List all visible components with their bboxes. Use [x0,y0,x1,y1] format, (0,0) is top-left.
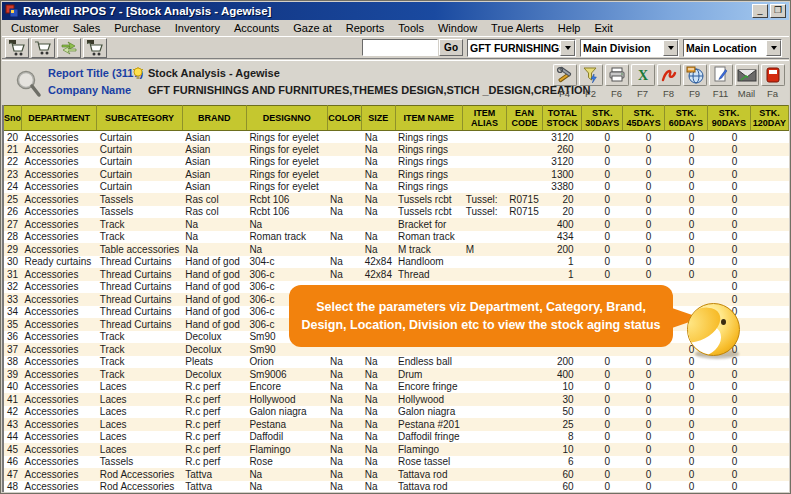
cell[interactable] [750,393,788,406]
cell[interactable] [750,318,788,331]
cell[interactable]: Tussels rcbt [395,206,463,219]
menu-item-help[interactable]: Help [551,21,588,35]
cell[interactable]: 306-c [246,268,327,281]
cell[interactable] [750,468,788,481]
cell[interactable]: Accessories [22,168,97,181]
cell[interactable]: Na [182,231,246,244]
cell[interactable]: Thread Curtains [97,318,182,331]
cell[interactable]: 0 [582,418,623,431]
cell[interactable]: Na [327,468,362,481]
cell[interactable]: Roman track [395,231,463,244]
mail-icon[interactable] [735,64,759,86]
cell[interactable] [327,181,362,194]
cell[interactable] [327,143,362,156]
cell[interactable] [327,156,362,169]
cell[interactable]: Tussel: [463,193,507,206]
cell[interactable] [506,431,543,444]
cell[interactable]: 0 [707,156,750,169]
cell[interactable]: Encore fringe [395,381,463,394]
cell[interactable]: Rcbt 106 [246,193,327,206]
cell[interactable] [750,406,788,419]
cell[interactable]: Hand of god [182,281,246,294]
cell[interactable]: Laces [97,418,182,431]
column-header-department[interactable]: DEPARTMENT [22,106,97,131]
cell[interactable]: 0 [664,418,707,431]
cell[interactable]: 0 [664,231,707,244]
cell[interactable]: Tassels [97,193,182,206]
cell[interactable]: 47 [4,468,22,481]
cell[interactable]: Na [327,431,362,444]
table-row[interactable]: 28AccessoriesTrackNaRoman trackNaNaRoman… [4,231,789,244]
cell[interactable] [506,131,543,144]
cell[interactable] [463,143,507,156]
cell[interactable]: 22 [4,156,22,169]
cell[interactable]: 33 [4,293,22,306]
cell[interactable]: 260 [543,143,582,156]
cell[interactable]: 0 [707,381,750,394]
cell[interactable]: Rcbt 106 [246,206,327,219]
cell[interactable] [750,418,788,431]
cell[interactable]: 0 [707,256,750,269]
cell[interactable]: 400 [543,218,582,231]
cell[interactable] [463,356,507,369]
cell[interactable]: 0 [582,243,623,256]
cell[interactable]: Na [362,156,395,169]
cell[interactable]: Rings for eyelet [246,181,327,194]
cell[interactable]: 0 [664,443,707,456]
cell[interactable] [750,131,788,144]
cell[interactable]: 0 [623,368,664,381]
cell[interactable]: Accessories [22,443,97,456]
cell[interactable]: 434 [543,231,582,244]
cell[interactable] [750,243,788,256]
cell[interactable]: 21 [4,143,22,156]
cell[interactable]: Na [246,468,327,481]
cell[interactable]: Na [246,481,327,493]
cell[interactable]: 0 [582,256,623,269]
cell[interactable]: Flamingo [395,443,463,456]
cell[interactable]: Tussel: [463,206,507,219]
cell[interactable]: Orion [246,356,327,369]
cell[interactable] [463,481,507,493]
cell[interactable]: 0 [707,281,750,294]
cell[interactable]: Accessories [22,143,97,156]
cell[interactable]: 1300 [543,168,582,181]
cell[interactable] [750,231,788,244]
cell[interactable]: Accessories [22,181,97,194]
menu-item-purchase[interactable]: Purchase [107,21,167,35]
table-row[interactable]: 24AccessoriesCurtainAsianRings for eyele… [4,181,789,194]
cell[interactable]: Tattva [182,481,246,493]
cell[interactable]: 46 [4,456,22,469]
cell[interactable] [750,168,788,181]
cell[interactable]: Na [362,231,395,244]
cell[interactable]: 0 [623,381,664,394]
menu-item-gaze-at[interactable]: Gaze at [286,21,339,35]
cell[interactable]: Na [182,218,246,231]
filter-icon[interactable] [579,64,603,86]
cell[interactable]: Daffodil [246,431,327,444]
cell[interactable] [750,256,788,269]
column-header-stk-60days[interactable]: STK. 60DAYS [664,106,707,131]
cell[interactable]: 30 [4,256,22,269]
cell[interactable]: Laces [97,431,182,444]
cell[interactable]: 3380 [543,181,582,194]
cell[interactable]: Rings rings [395,168,463,181]
table-row[interactable]: 45AccessoriesLacesR.c perfFlamingoNaNaFl… [4,443,789,456]
cell[interactable]: 0 [623,418,664,431]
cell[interactable] [327,168,362,181]
cell[interactable]: Na [327,256,362,269]
cell[interactable] [506,143,543,156]
cell[interactable]: Hand of god [182,306,246,319]
cell[interactable]: 3120 [543,156,582,169]
cell[interactable]: M track [395,243,463,256]
toolbar-button-3[interactable] [83,38,107,58]
cell[interactable]: 0 [582,356,623,369]
cell[interactable]: Na [246,218,327,231]
cell[interactable]: 0 [623,456,664,469]
cell[interactable]: 0 [707,443,750,456]
cell[interactable]: 42x84 [362,268,395,281]
action-mail-button[interactable]: Mail [734,64,759,99]
cell[interactable]: Rod Accessories [97,481,182,493]
action-f11-button[interactable]: F11 [708,64,733,99]
cell[interactable]: 34 [4,306,22,319]
cell[interactable]: 0 [623,131,664,144]
